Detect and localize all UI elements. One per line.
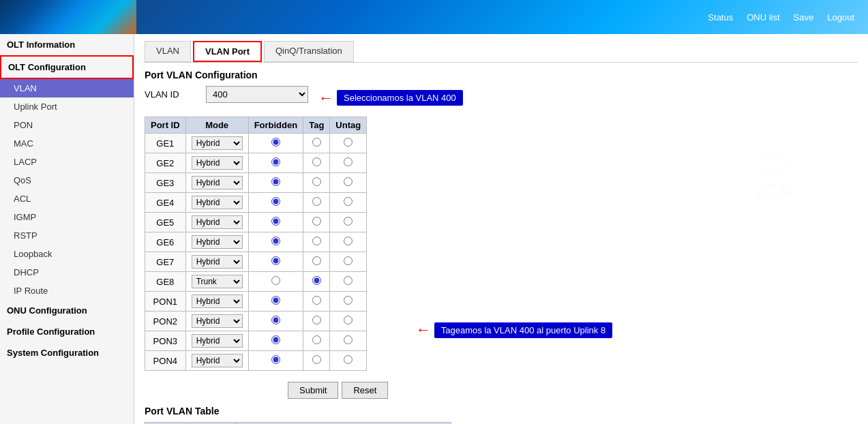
forbidden-radio[interactable] <box>271 177 280 186</box>
mode-select[interactable]: HybridAccessTrunk <box>192 334 243 348</box>
table-row: GE5HybridAccessTrunk <box>145 213 367 232</box>
untag-radio[interactable] <box>344 157 353 166</box>
sidebar-item-vlan[interactable]: VLAN <box>0 79 134 97</box>
table-row: GE8HybridAccessTrunk <box>145 272 367 292</box>
sidebar-item-pon[interactable]: PON <box>0 116 134 134</box>
tag-radio[interactable] <box>312 335 321 344</box>
untag-radio[interactable] <box>344 256 353 265</box>
port-id-cell: GE5 <box>145 213 186 232</box>
mode-cell: HybridAccessTrunk <box>185 153 248 173</box>
sidebar-item-qos[interactable]: QoS <box>0 171 134 190</box>
mode-select[interactable]: HybridAccessTrunk <box>192 255 243 269</box>
sidebar-item-dhcp[interactable]: DHCP <box>0 263 134 282</box>
untag-radio[interactable] <box>344 355 353 364</box>
mode-select[interactable]: HybridAccessTrunk <box>192 176 243 190</box>
untag-radio[interactable] <box>344 177 353 186</box>
sidebar-item-profile-config[interactable]: Profile Configuration <box>0 321 134 342</box>
mode-select[interactable]: HybridAccessTrunk <box>192 156 243 170</box>
tag-radio[interactable] <box>312 217 321 226</box>
sidebar-item-ip-route[interactable]: IP Route <box>0 282 134 300</box>
tabs: VLAN VLAN Port QinQ/Translation <box>145 41 858 63</box>
tag-radio[interactable] <box>312 157 321 166</box>
untag-radio[interactable] <box>344 296 353 305</box>
tag-cell <box>303 312 330 331</box>
table-row: PON3HybridAccessTrunk <box>145 331 367 351</box>
forbidden-radio[interactable] <box>271 316 280 324</box>
forbidden-radio[interactable] <box>271 237 280 245</box>
tag-radio[interactable] <box>312 276 321 285</box>
untag-radio[interactable] <box>344 335 353 344</box>
untag-radio[interactable] <box>344 276 353 285</box>
forbidden-radio[interactable] <box>271 197 280 206</box>
mode-select[interactable]: HybridAccessTrunk <box>192 215 243 229</box>
forbidden-radio[interactable] <box>271 355 280 364</box>
sidebar-item-lacp[interactable]: LACP <box>0 153 134 171</box>
tag-radio[interactable] <box>312 177 321 186</box>
untag-radio[interactable] <box>344 197 353 206</box>
nav-status[interactable]: Status <box>708 12 733 22</box>
tag-radio[interactable] <box>312 138 321 147</box>
sidebar-item-onu-config[interactable]: ONU Configuration <box>0 300 134 321</box>
untag-cell <box>330 134 367 153</box>
mode-select[interactable]: HybridAccessTrunk <box>192 196 243 209</box>
untag-radio[interactable] <box>344 138 353 147</box>
tag-cell <box>303 252 330 272</box>
port-id-cell: GE7 <box>145 252 186 272</box>
tag-radio[interactable] <box>312 256 321 265</box>
tag-cell <box>303 213 330 232</box>
sidebar-item-rstp[interactable]: RSTP <box>0 226 134 245</box>
mode-select[interactable]: HybridAccessTrunk <box>192 294 243 308</box>
mode-select[interactable]: HybridAccessTrunk <box>192 354 243 367</box>
port-id-cell: PON1 <box>145 292 186 312</box>
header-nav: Status ONU list Save Logout <box>708 12 854 22</box>
untag-radio[interactable] <box>344 316 353 324</box>
tab-qinq[interactable]: QinQ/Translation <box>264 41 354 62</box>
tag-radio[interactable] <box>312 316 321 324</box>
layout: OLT Information OLT Configuration VLAN U… <box>0 34 868 424</box>
vlan-id-select[interactable]: 1 400 500 <box>206 86 308 103</box>
tag-radio[interactable] <box>312 237 321 245</box>
sidebar-item-system-config[interactable]: System Configuration <box>0 342 134 363</box>
forbidden-cell <box>248 153 303 173</box>
mode-select[interactable]: HybridAccessTrunk <box>192 235 243 249</box>
sidebar-item-loopback[interactable]: Loopback <box>0 245 134 263</box>
forbidden-radio[interactable] <box>271 138 280 147</box>
mode-select[interactable]: HybridAccessTrunk <box>192 136 243 150</box>
reset-button[interactable]: Reset <box>342 382 388 399</box>
mode-select[interactable]: HybridAccessTrunk <box>192 314 243 328</box>
nav-save[interactable]: Save <box>794 12 814 22</box>
sidebar-item-mac[interactable]: MAC <box>0 134 134 153</box>
untag-cell <box>330 173 367 193</box>
tag-radio[interactable] <box>312 296 321 305</box>
nav-onu-list[interactable]: ONU list <box>747 12 779 22</box>
vlan-id-row: VLAN ID 1 400 500 <box>145 86 308 103</box>
tab-vlan-port[interactable]: VLAN Port <box>193 41 262 62</box>
forbidden-radio[interactable] <box>271 335 280 344</box>
nav-logout[interactable]: Logout <box>827 12 854 22</box>
tag-radio[interactable] <box>312 355 321 364</box>
table-row: GE6HybridAccessTrunk <box>145 232 367 252</box>
tag-radio[interactable] <box>312 197 321 206</box>
sidebar-item-olt-config[interactable]: OLT Configuration <box>0 55 134 79</box>
forbidden-radio[interactable] <box>271 256 280 265</box>
forbidden-radio[interactable] <box>271 276 280 285</box>
untag-radio[interactable] <box>344 217 353 226</box>
svg-point-0 <box>769 182 776 189</box>
mode-select[interactable]: HybridAccessTrunk <box>192 275 243 288</box>
forbidden-radio[interactable] <box>271 157 280 166</box>
pvlan-table-title: Port VLAN Table <box>145 406 858 417</box>
untag-radio[interactable] <box>344 237 353 245</box>
port-id-cell: GE2 <box>145 153 186 173</box>
sidebar-item-olt-info[interactable]: OLT Information <box>0 34 134 55</box>
forbidden-radio[interactable] <box>271 296 280 305</box>
mode-cell: HybridAccessTrunk <box>185 193 248 213</box>
tab-vlan[interactable]: VLAN <box>145 41 191 62</box>
sidebar-item-igmp[interactable]: IGMP <box>0 208 134 226</box>
sidebar-item-uplink-port[interactable]: Uplink Port <box>0 97 134 116</box>
forbidden-radio[interactable] <box>271 217 280 226</box>
sidebar-item-acl[interactable]: ACL <box>0 190 134 208</box>
port-id-cell: GE3 <box>145 173 186 193</box>
submit-button[interactable]: Submit <box>288 382 338 399</box>
btn-row: Submit Reset <box>288 382 858 399</box>
vlan-id-label: VLAN ID <box>145 89 199 100</box>
